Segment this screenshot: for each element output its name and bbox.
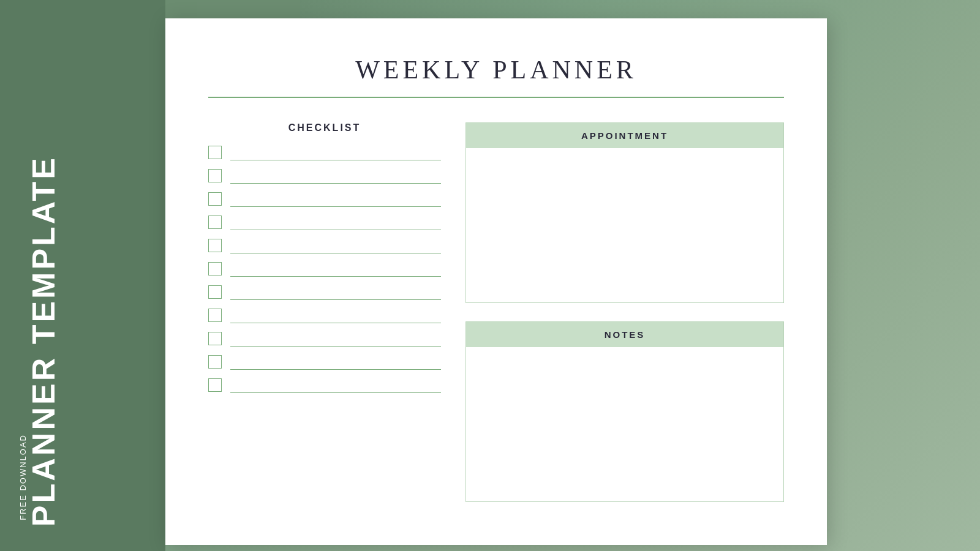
checklist-item [208, 262, 441, 277]
appointment-box: APPOINTMENT [466, 122, 784, 303]
paper-tab [165, 0, 300, 20]
checklist-item [208, 378, 441, 393]
checkbox[interactable] [208, 169, 222, 182]
checkbox[interactable] [208, 378, 222, 392]
checklist-line [230, 380, 441, 393]
checklist-item [208, 309, 441, 323]
checklist-item [208, 192, 441, 207]
checkbox[interactable] [208, 192, 222, 206]
checklist-item [208, 146, 441, 160]
checklist-item [208, 216, 441, 230]
checklist-line [230, 263, 441, 277]
checkbox[interactable] [208, 262, 222, 276]
sidebar: FREE DOWNLOAD PLANNER TEMPLATE [0, 0, 165, 551]
checkbox[interactable] [208, 285, 222, 299]
checklist-column: CHECKLIST [208, 122, 441, 502]
checkbox[interactable] [208, 355, 222, 369]
checklist-line [230, 287, 441, 300]
checkbox[interactable] [208, 239, 222, 252]
checklist-item [208, 355, 441, 370]
sidebar-main-label: PLANNER TEMPLATE [28, 156, 59, 527]
checkbox[interactable] [208, 309, 222, 322]
appointment-header: APPOINTMENT [466, 123, 783, 148]
page-title: WEEKLY PLANNER [208, 55, 784, 84]
checklist-line [230, 147, 441, 160]
notes-header: NOTES [466, 322, 783, 347]
checklist-item [208, 239, 441, 253]
checklist-line [230, 356, 441, 370]
checklist-line [230, 170, 441, 184]
checklist-title: CHECKLIST [288, 122, 361, 133]
checklist-line [230, 217, 441, 230]
checkbox[interactable] [208, 216, 222, 229]
checklist-line [230, 310, 441, 323]
checklist-line [230, 333, 441, 347]
checklist-line [230, 193, 441, 207]
sidebar-text-container: FREE DOWNLOAD PLANNER TEMPLATE [18, 156, 59, 527]
checklist-item [208, 169, 441, 184]
paper: WEEKLY PLANNER CHECKLIST [165, 18, 827, 545]
title-divider [208, 97, 784, 98]
notes-body[interactable] [466, 347, 783, 501]
checklist-items [208, 146, 441, 402]
notes-box: NOTES [466, 321, 784, 502]
right-column: APPOINTMENT NOTES [466, 122, 784, 502]
checklist-item [208, 285, 441, 300]
checkbox[interactable] [208, 146, 222, 159]
content-row: CHECKLIST [208, 122, 784, 502]
checklist-item [208, 332, 441, 347]
appointment-body[interactable] [466, 148, 783, 302]
checklist-line [230, 240, 441, 253]
checkbox[interactable] [208, 332, 222, 345]
